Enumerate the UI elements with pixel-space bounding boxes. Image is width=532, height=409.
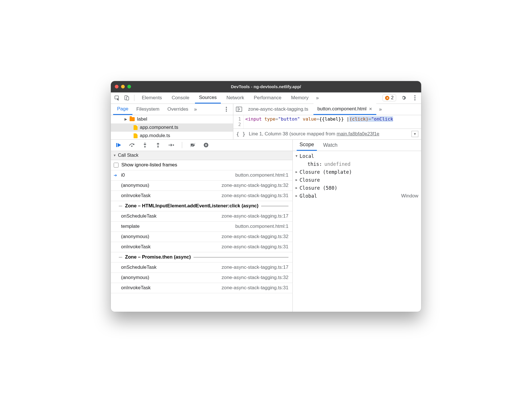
chevron-down-icon: ▼ — [296, 154, 300, 158]
svg-rect-19 — [205, 144, 206, 146]
frame-name: onScheduleTask — [121, 265, 157, 270]
toggle-navigator-icon[interactable] — [235, 105, 243, 113]
kebab-menu-icon[interactable] — [222, 105, 230, 113]
stack-frame[interactable]: templatebutton.component.html:1 — [111, 222, 292, 232]
editor-pane: zone-async-stack-tagging.tsbutton.compon… — [233, 104, 421, 139]
step-over-icon[interactable] — [128, 141, 136, 149]
scope-node[interactable]: ▼Local — [296, 152, 418, 160]
debugger-toolbar — [111, 140, 292, 151]
nav-tab-overrides[interactable]: Overrides — [163, 104, 192, 115]
scope-tabs: ScopeWatch — [293, 140, 421, 151]
frame-location: zone-async-stack-tagging.ts:31 — [222, 193, 288, 199]
scope-label: Global — [300, 193, 317, 199]
more-tabs-icon[interactable]: » — [314, 95, 321, 101]
scope-node[interactable]: ▶Closure (template) — [296, 168, 418, 176]
show-ignore-listed-row[interactable]: Show ignore-listed frames — [111, 160, 292, 170]
source-map-link[interactable]: main.fa8bfa0e23f1e — [337, 131, 379, 137]
svg-rect-0 — [115, 96, 119, 99]
svg-point-18 — [204, 143, 208, 147]
callstack-header[interactable]: ▼ Call Stack — [111, 151, 292, 160]
frame-location: zone-async-stack-tagging.ts:17 — [222, 265, 288, 270]
frame-name: onInvokeTask — [121, 244, 151, 250]
more-nav-tabs-icon[interactable]: » — [192, 106, 199, 112]
tab-network[interactable]: Network — [223, 92, 248, 104]
scope-label: Closure (580) — [300, 185, 337, 191]
scope-type: Window — [401, 193, 418, 199]
file-tab[interactable]: button.component.html✕ — [313, 104, 376, 115]
stack-frame[interactable]: onInvokeTaskzone-async-stack-tagging.ts:… — [111, 191, 292, 201]
kebab-menu-icon[interactable] — [411, 94, 419, 102]
scope-node[interactable]: ▶Closure (580) — [296, 184, 418, 192]
scope-tab-scope[interactable]: Scope — [297, 140, 317, 151]
frame-location: button.component.html:1 — [235, 172, 288, 178]
stack-frame[interactable]: onInvokeTaskzone-async-stack-tagging.ts:… — [111, 283, 292, 293]
scope-node[interactable]: ▶Closure — [296, 176, 418, 184]
window-title: DevTools - ng-devtools.netlify.app/ — [111, 84, 421, 89]
step-icon[interactable] — [167, 141, 175, 149]
dropdown-icon[interactable]: ▼ — [412, 131, 418, 137]
tree-item-label: app.module.ts — [140, 133, 170, 139]
svg-point-13 — [144, 146, 146, 148]
stack-frame[interactable]: onScheduleTaskzone-async-stack-tagging.t… — [111, 211, 292, 222]
stack-frame[interactable]: onScheduleTaskzone-async-stack-tagging.t… — [111, 263, 292, 273]
scope-tab-watch[interactable]: Watch — [320, 140, 340, 151]
cursor-position: Line 1, Column 38 (source mapped from ma… — [249, 131, 379, 137]
pause-exceptions-icon[interactable] — [202, 141, 210, 149]
svg-point-7 — [226, 109, 227, 110]
svg-rect-11 — [116, 143, 117, 147]
file-icon — [134, 125, 138, 130]
stack-frame[interactable]: (anonymous)zone-async-stack-tagging.ts:3… — [111, 273, 292, 283]
tab-memory[interactable]: Memory — [287, 92, 312, 104]
tab-console[interactable]: Console — [168, 92, 193, 104]
more-file-tabs-icon[interactable]: » — [377, 106, 384, 112]
folder-item[interactable]: ▶label — [111, 115, 233, 123]
inspect-icon[interactable] — [113, 94, 121, 102]
debugger-pane: ▼ Call Stack Show ignore-listed frames ➔… — [111, 140, 293, 312]
divider — [134, 95, 134, 101]
show-ignore-listed-checkbox[interactable] — [114, 163, 119, 168]
svg-point-6 — [226, 107, 227, 108]
svg-point-8 — [226, 111, 227, 112]
chevron-right-icon: ▶ — [296, 194, 300, 198]
stack-frame[interactable]: (anonymous)zone-async-stack-tagging.ts:3… — [111, 232, 292, 242]
async-boundary: Zone – Promise.then (async) — [111, 252, 292, 263]
scope-pane: ScopeWatch ▼Localthis:undefined▶Closure … — [293, 140, 421, 312]
file-item[interactable]: app.component.ts — [111, 123, 233, 132]
file-tabs: zone-async-stack-tagging.tsbutton.compon… — [233, 104, 421, 115]
issues-badge[interactable]: ✕ 2 — [383, 94, 396, 101]
stack-frame[interactable]: ➔i0button.component.html:1 — [111, 170, 292, 181]
tab-sources[interactable]: Sources — [195, 92, 221, 104]
tab-elements[interactable]: Elements — [138, 92, 166, 104]
code-editor[interactable]: 1 2 <input type="button" value={{label}}… — [233, 115, 421, 129]
callstack-frames: ➔i0button.component.html:1(anonymous)zon… — [111, 170, 292, 312]
titlebar: DevTools - ng-devtools.netlify.app/ — [111, 81, 421, 92]
code-line-1: <input type="button" value={{label}} |(c… — [244, 115, 393, 129]
step-out-icon[interactable] — [154, 141, 162, 149]
settings-icon[interactable] — [400, 94, 408, 102]
pretty-print-icon[interactable]: { } — [236, 131, 246, 137]
file-tree: ▶labelapp.component.tsapp.module.ts▶envi… — [111, 115, 233, 139]
close-tab-icon[interactable]: ✕ — [369, 107, 372, 111]
frame-location: button.component.html:1 — [235, 224, 288, 229]
device-toggle-icon[interactable] — [123, 94, 131, 102]
scope-node[interactable]: ▶GlobalWindow — [296, 192, 418, 200]
stack-frame[interactable]: onInvokeTaskzone-async-stack-tagging.ts:… — [111, 242, 292, 252]
frame-location: zone-async-stack-tagging.ts:32 — [222, 275, 288, 280]
editor-status-bar: { } Line 1, Column 38 (source mapped fro… — [233, 129, 421, 139]
resume-icon[interactable] — [115, 141, 123, 149]
nav-tab-page[interactable]: Page — [113, 104, 132, 115]
svg-point-14 — [157, 146, 159, 148]
svg-point-12 — [131, 146, 132, 147]
frame-location: zone-async-stack-tagging.ts:32 — [222, 234, 288, 239]
tab-performance[interactable]: Performance — [250, 92, 285, 104]
file-tab[interactable]: zone-async-stack-tagging.ts — [244, 104, 312, 115]
step-into-icon[interactable] — [141, 141, 149, 149]
stack-frame[interactable]: (anonymous)zone-async-stack-tagging.ts:3… — [111, 181, 292, 191]
deactivate-breakpoints-icon[interactable] — [189, 141, 197, 149]
folder-icon — [130, 117, 135, 121]
tree-item-label: app.component.ts — [140, 125, 178, 130]
frame-location: zone-async-stack-tagging.ts:31 — [222, 285, 288, 291]
nav-tab-filesystem[interactable]: Filesystem — [132, 104, 163, 115]
file-item[interactable]: app.module.ts — [111, 132, 233, 139]
frame-name: (anonymous) — [121, 275, 149, 280]
